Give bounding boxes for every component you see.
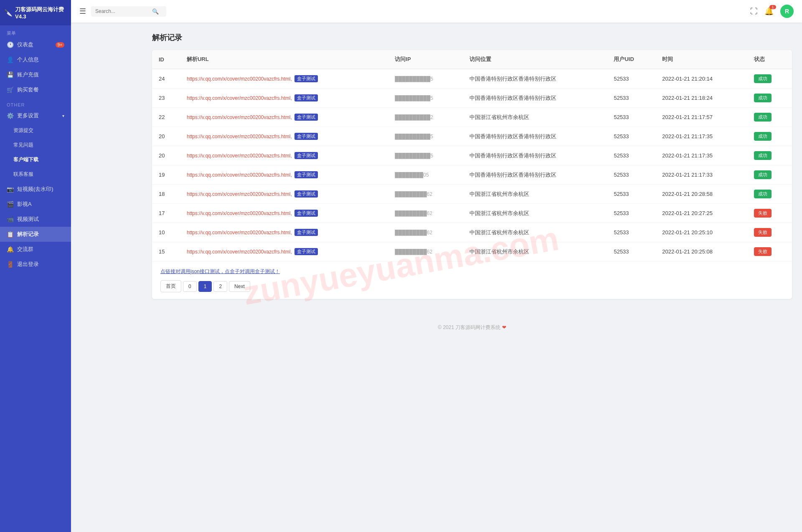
table-row: 24 https://v.qq.com/x/cover/mzc00200vazc… [152, 69, 792, 89]
first-page-button[interactable]: 首页 [160, 280, 181, 292]
notification-icon[interactable]: 🔔 1 [764, 7, 774, 16]
cell-id: 24 [152, 69, 180, 89]
fullscreen-icon[interactable]: ⛶ [750, 7, 758, 16]
records-table-card: ID 解析URL 访问IP 访问位置 用户UID 时间 状态 24 https:… [152, 50, 792, 299]
ip-value: ████████05 [395, 172, 429, 178]
tag-label: 盒子测试 [294, 190, 318, 198]
cell-uid: 52533 [607, 242, 655, 261]
sidebar-item-movie[interactable]: 🎬 影视A [0, 197, 71, 212]
chevron-down-icon: ▾ [62, 114, 64, 118]
url-link[interactable]: https://v.qq.com/x/cover/mzc00200vazcfrs… [187, 191, 292, 197]
ip-value: █████████62 [395, 210, 432, 216]
sidebar-item-profile[interactable]: 👤 个人信息 [0, 52, 71, 67]
cell-location: 中国浙江省杭州市余杭区 [463, 223, 607, 242]
sidebar-item-dashboard[interactable]: 🕐 仪表盘 9+ [0, 37, 71, 52]
page-2-button[interactable]: 2 [213, 281, 227, 292]
tag-label: 盒子测试 [294, 171, 318, 178]
settings-submenu: 资源提交 常见问题 客户端下载 联系客服 [0, 123, 71, 182]
cell-status: 失败 [747, 223, 792, 242]
sidebar-item-logout[interactable]: 🚪 退出登录 [0, 257, 71, 272]
cell-uid: 52533 [607, 146, 655, 165]
hint-link[interactable]: 点链接对调用json接口测试，点盒子对调用盒子测试！ [160, 268, 784, 275]
sidebar-item-client-download[interactable]: 客户端下载 [0, 152, 71, 167]
cell-id: 20 [152, 146, 180, 165]
cell-url: https://v.qq.com/x/cover/mzc00200vazcfrs… [180, 242, 388, 261]
sidebar-item-video-detect[interactable]: 📹 视频测试 [0, 212, 71, 227]
cell-location: 中国浙江省杭州市余杭区 [463, 108, 607, 127]
sidebar-item-parse-records[interactable]: 📋 解析记录 [0, 227, 71, 242]
sidebar-item-contact-us[interactable]: 联系客服 [0, 167, 71, 182]
sidebar-item-label: 仪表盘 [17, 41, 33, 48]
sidebar-item-buy-plan[interactable]: 🛒 购买套餐 [0, 82, 71, 97]
cell-time: 2022-01-21 21:17:35 [655, 127, 747, 146]
cell-status: 成功 [747, 69, 792, 89]
table-row: 20 https://v.qq.com/x/cover/mzc00200vazc… [152, 127, 792, 146]
status-badge: 成功 [754, 170, 772, 179]
tag-label: 盒子测试 [294, 75, 318, 82]
cell-uid: 52533 [607, 69, 655, 89]
sidebar-item-label: 退出登录 [17, 261, 39, 268]
current-page-button[interactable]: 1 [198, 281, 212, 292]
dashboard-badge: 9+ [56, 42, 64, 48]
topnav-right: ⛶ 🔔 1 R [750, 5, 794, 18]
url-link[interactable]: https://v.qq.com/x/cover/mzc00200vazcfrs… [187, 172, 292, 178]
col-id: ID [152, 50, 180, 69]
app-title: 刀客源码网云海计费V4.3 [15, 6, 67, 20]
sidebar-item-label: 联系客服 [13, 171, 33, 178]
menu-section-label: 菜单 [0, 26, 71, 37]
sidebar-item-submit-resource[interactable]: 资源提交 [0, 123, 71, 138]
status-badge: 成功 [754, 94, 772, 102]
cell-status: 失败 [747, 204, 792, 223]
sidebar-item-faq[interactable]: 常见问题 [0, 138, 71, 152]
prev-page-button[interactable]: 0 [183, 281, 197, 292]
url-link[interactable]: https://v.qq.com/x/cover/mzc00200vazcfrs… [187, 114, 292, 120]
cell-time: 2022-01-21 21:17:57 [655, 108, 747, 127]
cell-uid: 52533 [607, 108, 655, 127]
ip-value: ██████████5 [395, 95, 433, 101]
sidebar-item-exchange-group[interactable]: 🔔 交流群 [0, 242, 71, 257]
gear-icon: ⚙️ [7, 112, 14, 119]
avatar[interactable]: R [780, 5, 794, 18]
url-link[interactable]: https://v.qq.com/x/cover/mzc00200vazcfrs… [187, 153, 292, 159]
next-page-button[interactable]: Next [229, 281, 250, 292]
search-input[interactable] [95, 8, 150, 14]
table-row: 19 https://v.qq.com/x/cover/mzc00200vazc… [152, 165, 792, 185]
col-location: 访问位置 [463, 50, 607, 69]
status-badge: 成功 [754, 190, 772, 198]
heart-icon: ❤ [502, 324, 506, 330]
cell-time: 2022-01-21 21:20:14 [655, 69, 747, 89]
url-link[interactable]: https://v.qq.com/x/cover/mzc00200vazcfrs… [187, 134, 292, 139]
table-row: 17 https://v.qq.com/x/cover/mzc00200vazc… [152, 204, 792, 223]
knife-icon: 🔪 [4, 9, 13, 17]
url-link[interactable]: https://v.qq.com/x/cover/mzc00200vazcfrs… [187, 230, 292, 236]
cell-uid: 52533 [607, 223, 655, 242]
sidebar-item-label: 短视频(去水印) [17, 185, 53, 193]
cell-status: 成功 [747, 185, 792, 204]
tag-label: 盒子测试 [294, 248, 318, 255]
cell-url: https://v.qq.com/x/cover/mzc00200vazcfrs… [180, 108, 388, 127]
cell-id: 19 [152, 165, 180, 185]
cell-ip: █████████62 [388, 223, 462, 242]
cell-status: 成功 [747, 165, 792, 185]
sidebar-item-short-video[interactable]: 📷 短视频(去水印) [0, 182, 71, 197]
url-link[interactable]: https://v.qq.com/x/cover/mzc00200vazcfrs… [187, 210, 292, 216]
menu-toggle-icon[interactable]: ☰ [79, 7, 86, 16]
sidebar-item-label: 账户充值 [17, 71, 39, 79]
sidebar-item-label: 个人信息 [17, 56, 39, 63]
cell-status: 成功 [747, 89, 792, 108]
url-link[interactable]: https://v.qq.com/x/cover/mzc00200vazcfrs… [187, 95, 292, 101]
col-url: 解析URL [180, 50, 388, 69]
url-link[interactable]: https://v.qq.com/x/cover/mzc00200vazcfrs… [187, 76, 292, 82]
sidebar-item-more-settings[interactable]: ⚙️ 更多设置 ▾ [0, 108, 71, 123]
url-link[interactable]: https://v.qq.com/x/cover/mzc00200vazcfrs… [187, 249, 292, 255]
cell-location: 中国香港特别行政区香港特别行政区 [463, 89, 607, 108]
ip-value: ██████████5 [395, 76, 433, 82]
cell-time: 2022-01-21 20:27:25 [655, 204, 747, 223]
tag-label: 盒子测试 [294, 210, 318, 217]
sidebar-item-recharge[interactable]: 💾 账户充值 [0, 67, 71, 82]
cell-uid: 52533 [607, 185, 655, 204]
table-header-row: ID 解析URL 访问IP 访问位置 用户UID 时间 状态 [152, 50, 792, 69]
sidebar-item-label: 影视A [17, 200, 32, 208]
status-badge: 成功 [754, 151, 772, 160]
sidebar-item-label: 视频测试 [17, 215, 39, 223]
